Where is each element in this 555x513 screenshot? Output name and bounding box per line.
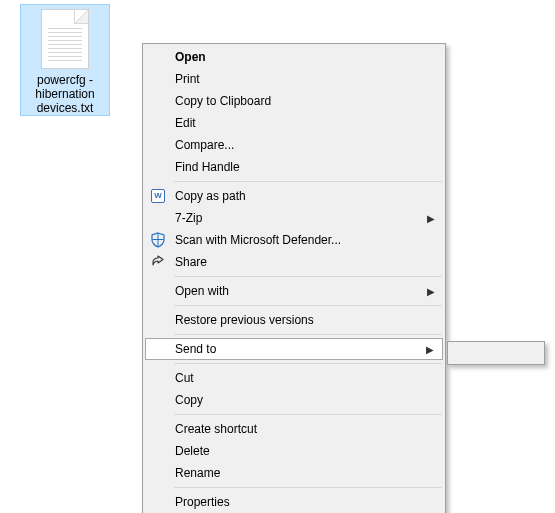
menu-separator: [174, 334, 442, 335]
menu-copy-to-clipboard[interactable]: Copy to Clipboard: [145, 90, 443, 112]
menu-share[interactable]: Share: [145, 251, 443, 273]
menu-separator: [174, 276, 442, 277]
menu-open-with[interactable]: Open with ▶: [145, 280, 443, 302]
share-icon: [150, 254, 166, 270]
menu-open[interactable]: Open: [145, 46, 443, 68]
menu-copy[interactable]: Copy: [145, 389, 443, 411]
menu-cut[interactable]: Cut: [145, 367, 443, 389]
shield-icon: [150, 232, 166, 248]
send-to-submenu[interactable]: [447, 341, 545, 365]
app-icon: W: [150, 188, 166, 204]
submenu-arrow-icon: ▶: [427, 213, 435, 224]
menu-restore-previous[interactable]: Restore previous versions: [145, 309, 443, 331]
menu-send-to[interactable]: Send to ▶: [145, 338, 443, 360]
menu-delete[interactable]: Delete: [145, 440, 443, 462]
menu-edit[interactable]: Edit: [145, 112, 443, 134]
menu-print[interactable]: Print: [145, 68, 443, 90]
menu-compare[interactable]: Compare...: [145, 134, 443, 156]
file-item-selected[interactable]: powercfg -hibernation devices.txt: [20, 4, 110, 116]
text-file-icon: [41, 9, 89, 69]
menu-properties[interactable]: Properties: [145, 491, 443, 513]
menu-separator: [174, 487, 442, 488]
menu-separator: [174, 305, 442, 306]
menu-scan-defender[interactable]: Scan with Microsoft Defender...: [145, 229, 443, 251]
menu-find-handle[interactable]: Find Handle: [145, 156, 443, 178]
file-label: powercfg -hibernation devices.txt: [23, 73, 107, 115]
menu-separator: [174, 181, 442, 182]
menu-rename[interactable]: Rename: [145, 462, 443, 484]
menu-copy-as-path[interactable]: W Copy as path: [145, 185, 443, 207]
menu-create-shortcut[interactable]: Create shortcut: [145, 418, 443, 440]
menu-separator: [174, 414, 442, 415]
menu-7zip[interactable]: 7-Zip ▶: [145, 207, 443, 229]
context-menu: Open Print Copy to Clipboard Edit Compar…: [142, 43, 446, 513]
menu-separator: [174, 363, 442, 364]
submenu-arrow-icon: ▶: [427, 286, 435, 297]
submenu-arrow-icon: ▶: [426, 344, 434, 355]
